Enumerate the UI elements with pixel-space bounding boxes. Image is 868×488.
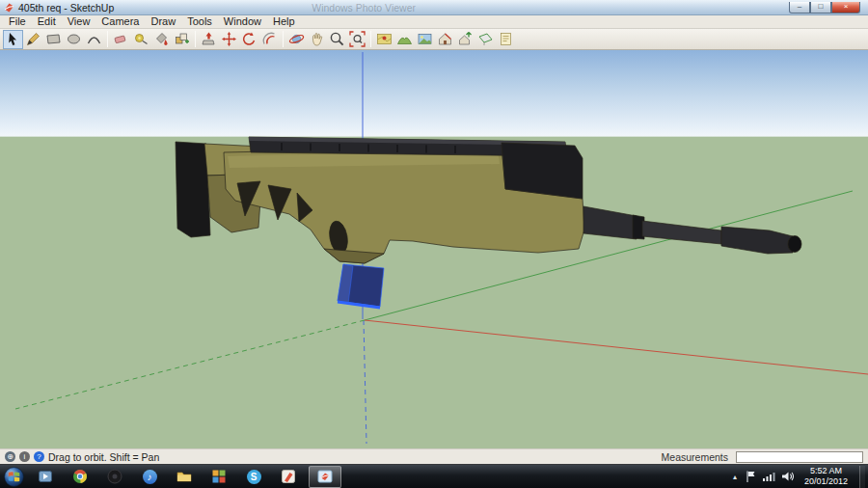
window-controls: – □ × bbox=[789, 2, 860, 14]
taskbar-itunes[interactable]: ♪ bbox=[135, 466, 164, 488]
action-center-flag-icon[interactable] bbox=[745, 470, 756, 483]
start-orb[interactable] bbox=[3, 466, 25, 488]
add-location-icon bbox=[376, 31, 393, 47]
maximize-button[interactable]: □ bbox=[810, 2, 831, 14]
rifle-muzzle bbox=[721, 227, 793, 254]
rifle-butt-pad bbox=[176, 142, 210, 237]
offset-tool-button[interactable] bbox=[259, 30, 280, 49]
close-button[interactable]: × bbox=[831, 2, 860, 14]
arc-tool-button[interactable] bbox=[84, 30, 104, 49]
select-tool-button[interactable] bbox=[3, 30, 23, 49]
menu-window[interactable]: Window bbox=[218, 15, 267, 28]
toggle-terrain-tool-button[interactable] bbox=[394, 30, 415, 49]
menu-tools[interactable]: Tools bbox=[181, 15, 218, 28]
taskbar-photo-editor[interactable] bbox=[274, 466, 303, 488]
rifle-muzzle-tip bbox=[788, 236, 801, 253]
offset-icon bbox=[261, 31, 278, 47]
circle-tool-button[interactable] bbox=[64, 30, 84, 49]
taskbar-chrome[interactable] bbox=[66, 466, 95, 488]
clock-time: 5:52 AM bbox=[804, 466, 848, 476]
status-bar: ⊕ i ? Drag to orbit. Shift = Pan Measure… bbox=[0, 448, 868, 464]
taskbar-media-player[interactable] bbox=[31, 466, 60, 488]
windows-taskbar: ♪ S bbox=[0, 464, 868, 488]
pencil-icon bbox=[25, 31, 41, 47]
get-models-tool-button[interactable] bbox=[435, 30, 455, 49]
system-tray: ▴ 5:52 AM 20/01/2012 bbox=[731, 466, 865, 488]
menu-camera[interactable]: Camera bbox=[95, 15, 145, 28]
taskbar-explorer[interactable] bbox=[170, 466, 199, 488]
move-tool-button[interactable] bbox=[219, 30, 239, 49]
toolbar-separator bbox=[195, 31, 196, 47]
arc-icon bbox=[86, 31, 102, 47]
rifle-model[interactable] bbox=[176, 137, 801, 308]
line-tool-button[interactable] bbox=[23, 30, 43, 49]
minimize-button[interactable]: – bbox=[789, 2, 810, 14]
rotate-tool-button[interactable] bbox=[239, 30, 259, 49]
volume-icon[interactable] bbox=[781, 471, 795, 482]
tape-measure-tool-button[interactable] bbox=[131, 30, 151, 49]
rifle-receiver-block bbox=[502, 143, 583, 199]
make-component-tool-button[interactable] bbox=[172, 30, 192, 49]
get-models-house-icon bbox=[437, 31, 453, 47]
credits-icon[interactable]: i bbox=[19, 451, 30, 462]
paint-bucket-tool-button[interactable] bbox=[151, 30, 172, 49]
modeling-viewport[interactable] bbox=[0, 50, 868, 448]
section-plane-tool-button[interactable] bbox=[475, 30, 496, 49]
taskbar-sketchup-active[interactable] bbox=[309, 466, 341, 488]
add-location-tool-button[interactable] bbox=[374, 30, 394, 49]
toolbar-separator bbox=[283, 31, 284, 47]
zoom-extents-icon bbox=[349, 31, 366, 47]
title-bar[interactable]: 405th req - SketchUp Windows Photo Viewe… bbox=[0, 0, 868, 15]
taskbar-clock[interactable]: 5:52 AM 20/01/2012 bbox=[800, 466, 854, 487]
section-plane-icon bbox=[477, 31, 494, 47]
chrome-icon bbox=[72, 469, 88, 484]
itunes-icon: ♪ bbox=[143, 470, 157, 484]
background-window-title: Windows Photo Viewer bbox=[312, 2, 416, 14]
geo-location-icon[interactable]: ⊕ bbox=[5, 451, 15, 462]
orbit-icon bbox=[288, 31, 305, 47]
menu-view[interactable]: View bbox=[62, 15, 96, 28]
color-grid-icon bbox=[211, 469, 227, 484]
select-arrow-icon bbox=[5, 31, 21, 47]
photo-textures-tool-button[interactable] bbox=[415, 30, 435, 49]
zoom-extents-tool-button[interactable] bbox=[347, 30, 367, 49]
zoom-tool-button[interactable] bbox=[327, 30, 347, 49]
sketchup-window: 405th req - SketchUp Windows Photo Viewe… bbox=[0, 0, 868, 488]
send-to-layout-tool-button[interactable] bbox=[496, 30, 516, 49]
share-model-icon bbox=[457, 31, 474, 47]
network-icon[interactable] bbox=[762, 471, 775, 482]
menu-bar: File Edit View Camera Draw Tools Window … bbox=[0, 15, 868, 29]
menu-help[interactable]: Help bbox=[267, 15, 301, 28]
measurements-input[interactable] bbox=[736, 451, 863, 463]
move-icon bbox=[221, 31, 237, 47]
rifle-barrel-base bbox=[583, 206, 637, 239]
share-model-tool-button[interactable] bbox=[455, 30, 475, 49]
make-component-icon bbox=[174, 31, 190, 47]
menu-draw[interactable]: Draw bbox=[145, 15, 181, 28]
hidden-icons-chevron[interactable]: ▴ bbox=[731, 473, 739, 481]
push-pull-icon bbox=[201, 31, 217, 47]
menu-edit[interactable]: Edit bbox=[32, 15, 62, 28]
getting-started-toolbar bbox=[0, 29, 868, 50]
photo-editor-icon bbox=[281, 469, 296, 484]
measurements-label: Measurements bbox=[662, 451, 728, 463]
taskbar-music-app[interactable] bbox=[100, 466, 129, 488]
rectangle-tool-button[interactable] bbox=[43, 30, 64, 49]
push-pull-tool-button[interactable] bbox=[199, 30, 219, 49]
tape-measure-icon bbox=[133, 31, 149, 47]
taskbar-skype[interactable]: S bbox=[239, 466, 268, 488]
eraser-tool-button[interactable] bbox=[111, 30, 131, 49]
taskbar-grid-app[interactable] bbox=[204, 466, 233, 488]
show-desktop-button[interactable] bbox=[859, 466, 865, 488]
terrain-icon bbox=[396, 31, 413, 47]
orbit-tool-button[interactable] bbox=[286, 30, 307, 49]
folder-icon bbox=[176, 469, 192, 484]
menu-file[interactable]: File bbox=[3, 15, 32, 28]
photo-textures-icon bbox=[417, 31, 433, 47]
pan-hand-icon bbox=[309, 31, 325, 47]
help-icon[interactable]: ? bbox=[34, 451, 44, 462]
pan-tool-button[interactable] bbox=[307, 30, 327, 49]
zoom-magnifier-icon bbox=[329, 31, 345, 47]
eraser-icon bbox=[113, 31, 129, 47]
sketchup-window-icon bbox=[317, 469, 333, 484]
